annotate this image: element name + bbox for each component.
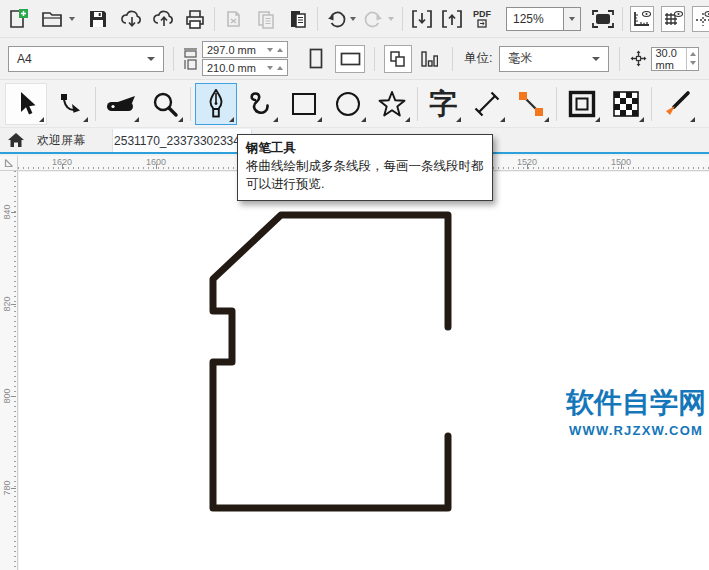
- flyout-indicator[interactable]: [456, 117, 461, 122]
- transparency-tool-button[interactable]: [605, 83, 647, 125]
- print-icon: [184, 9, 206, 29]
- tooltip-body: 将曲线绘制成多条线段，每画一条线段时都可以进行预览.: [246, 158, 484, 194]
- drawing-canvas[interactable]: 软件自学网 WWW.RJZXW.COM: [19, 172, 709, 570]
- pdf-box-icon: [477, 19, 487, 28]
- zoom-level-dropdown-arrow[interactable]: [564, 7, 581, 31]
- pick-tool-button[interactable]: [5, 83, 47, 125]
- all-pages-size-button[interactable]: [384, 45, 412, 73]
- portrait-orientation-button[interactable]: [304, 46, 328, 72]
- hruler-major-tick: [156, 164, 157, 169]
- nudge-distance-spinbox[interactable]: 30.0 mm: [651, 47, 699, 71]
- open-folder-icon: [41, 9, 65, 29]
- print-button[interactable]: [183, 6, 207, 32]
- flyout-indicator[interactable]: [500, 117, 505, 122]
- page-size-combobox[interactable]: A4: [8, 46, 164, 72]
- home-icon[interactable]: [7, 132, 25, 148]
- flyout-indicator[interactable]: [178, 117, 183, 122]
- propertybar-separator: [374, 47, 375, 71]
- property-bar: A4 297.0 mm 210.0 mm: [0, 38, 709, 80]
- ellipse-tool-button[interactable]: [327, 83, 369, 125]
- cut-icon: [224, 9, 244, 29]
- flyout-indicator[interactable]: [83, 117, 88, 122]
- tab-document-active[interactable]: 2531170_23373302334...: [112, 129, 252, 152]
- cloud-upload-button[interactable]: [151, 6, 177, 32]
- undo-button[interactable]: [325, 6, 357, 32]
- page-width-spin-arrows[interactable]: [267, 48, 283, 52]
- units-value: 毫米: [508, 50, 532, 67]
- flyout-indicator[interactable]: [39, 117, 44, 122]
- flyout-indicator[interactable]: [639, 117, 644, 122]
- units-combobox[interactable]: 毫米: [499, 46, 609, 72]
- flyout-indicator[interactable]: [317, 117, 322, 122]
- undo-dropdown-arrow[interactable]: [350, 17, 356, 21]
- dimension-tool-button[interactable]: [466, 83, 508, 125]
- save-button[interactable]: [86, 6, 110, 32]
- rectangle-tool-button[interactable]: [283, 83, 325, 125]
- ruler-origin-corner[interactable]: [0, 156, 18, 171]
- cloud-download-icon: [120, 9, 144, 29]
- publish-pdf-button[interactable]: PDF: [470, 6, 494, 32]
- nudge-distance-value: 30.0 mm: [652, 47, 686, 71]
- tooltip-title: 钢笔工具: [246, 140, 484, 158]
- pen-tool-icon: [203, 89, 229, 119]
- paste-button[interactable]: [286, 6, 310, 32]
- page-height-spinbox[interactable]: 210.0 mm: [202, 59, 288, 76]
- flyout-indicator[interactable]: [544, 117, 549, 122]
- import-button[interactable]: [410, 6, 434, 32]
- fullscreen-preview-button[interactable]: [591, 6, 615, 32]
- curve-tool-button[interactable]: [239, 83, 281, 125]
- page-width-spinbox[interactable]: 297.0 mm: [202, 41, 288, 58]
- flyout-indicator[interactable]: [361, 117, 366, 122]
- eyedropper-tool-button[interactable]: [656, 83, 698, 125]
- shape-tool-button[interactable]: [49, 83, 91, 125]
- nudge-distance-icon: [630, 50, 647, 67]
- show-guidelines-toggle[interactable]: [692, 6, 709, 32]
- cloud-download-button[interactable]: [119, 6, 145, 32]
- frame-tool-button[interactable]: [561, 83, 603, 125]
- toolbox-separator: [556, 87, 557, 121]
- zoom-tool-button[interactable]: [144, 83, 186, 125]
- new-document-button[interactable]: [6, 6, 30, 32]
- redo-dropdown-arrow: [388, 17, 394, 21]
- guidelines-visibility-icon: [694, 10, 709, 28]
- export-button[interactable]: [440, 6, 464, 32]
- zoom-tool-icon: [151, 90, 179, 118]
- export-icon: [441, 9, 463, 29]
- current-page-size-button[interactable]: [417, 46, 441, 72]
- open-dropdown-arrow[interactable]: [69, 17, 75, 21]
- save-floppy-icon: [88, 9, 108, 29]
- open-button[interactable]: [40, 6, 76, 32]
- landscape-orientation-button[interactable]: [335, 45, 365, 73]
- vruler-major-tick: [11, 396, 16, 397]
- nudge-spin-arrows[interactable]: [686, 48, 698, 70]
- vertical-ruler[interactable]: 840 820 800 780: [0, 171, 18, 570]
- text-tool-button[interactable]: 字: [422, 83, 464, 125]
- flyout-indicator[interactable]: [690, 117, 695, 122]
- current-page-icon: [420, 50, 438, 68]
- flyout-indicator[interactable]: [273, 117, 278, 122]
- text-tool-icon: 字: [429, 90, 457, 118]
- pen-tool-button[interactable]: [195, 83, 237, 125]
- knife-tool-button[interactable]: [100, 83, 142, 125]
- copy-button-disabled[interactable]: [254, 6, 278, 32]
- toolbox-separator: [651, 87, 652, 121]
- standard-toolbar: PDF 125%: [0, 0, 709, 38]
- page-height-value: 210.0 mm: [207, 62, 256, 74]
- polygon-tool-button[interactable]: [371, 83, 413, 125]
- new-document-icon: [7, 8, 29, 30]
- page-height-spin-arrows[interactable]: [267, 66, 283, 70]
- flyout-indicator[interactable]: [229, 117, 234, 122]
- flyout-indicator[interactable]: [134, 117, 139, 122]
- flyout-indicator[interactable]: [405, 117, 410, 122]
- toolbar-separator: [317, 7, 318, 31]
- cut-button-disabled[interactable]: [222, 6, 246, 32]
- redo-button-disabled[interactable]: [363, 6, 395, 32]
- show-grid-toggle[interactable]: [661, 6, 685, 32]
- show-rulers-toggle[interactable]: [630, 6, 654, 32]
- flyout-indicator[interactable]: [595, 117, 600, 122]
- watermark: 软件自学网 WWW.RJZXW.COM: [566, 384, 706, 438]
- vruler-major-tick: [11, 488, 16, 489]
- tab-welcome-screen[interactable]: 欢迎屏幕: [37, 132, 85, 149]
- connector-tool-button[interactable]: [510, 83, 552, 125]
- zoom-level-combobox[interactable]: 125%: [506, 7, 564, 31]
